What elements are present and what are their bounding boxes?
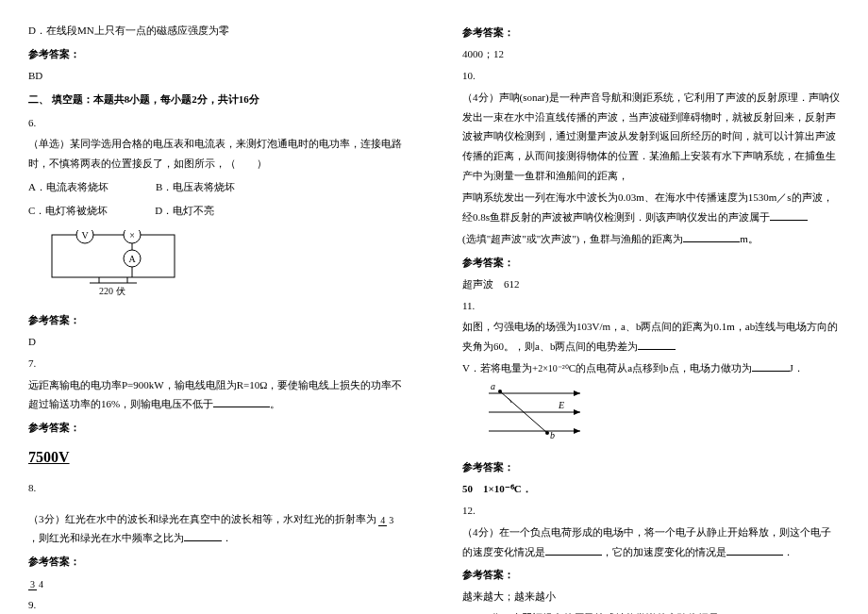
svg-point-21	[545, 431, 549, 435]
q8-answer: 34	[28, 573, 406, 593]
q6-option-d: D．电灯不亮	[155, 201, 214, 221]
q10-text-a: （4分）声呐(sonar)是一种声音导航和测距系统，它利用了声波的反射原理．声呐…	[462, 88, 840, 186]
q5-option-d: D．在线段MN上只有一点的磁感应强度为零	[28, 21, 406, 41]
answer-label: 参考答案：	[28, 310, 406, 330]
q6-option-c: C．电灯将被烧坏	[28, 201, 108, 221]
svg-text:A: A	[128, 254, 136, 264]
q10-text-c: (选填"超声波"或"次声波")，鱼群与渔船的距离为m。	[462, 229, 840, 249]
q10-number: 10.	[462, 66, 840, 86]
q6-option-a: A．电流表将烧坏	[28, 177, 108, 197]
q5-answer: BD	[28, 66, 406, 86]
q11-text-2: V．若将电量为+2×10⁻²⁰C的点电荷从a点移到b点，电场力做功为J．	[462, 358, 840, 378]
q10-answer: 超声波 612	[462, 274, 840, 294]
q13-line: 13.（4分）卢瑟福提出的原子核式结构学说的实验依据是	[462, 608, 840, 614]
svg-text:b: b	[550, 430, 555, 440]
svg-marker-16	[574, 409, 580, 415]
answer-label: 参考答案：	[462, 457, 840, 477]
svg-marker-18	[574, 428, 580, 434]
q9-answer: 4000；12	[462, 44, 840, 64]
svg-text:×: ×	[129, 230, 135, 241]
q8-text: （3分）红光在水中的波长和绿光在真空中的波长相等，水对红光的折射率为 43 ，则…	[28, 509, 406, 549]
q11-text: 如图，匀强电场的场强为103V/m，a、b两点间的距离为0.1m，ab连线与电场…	[462, 317, 840, 357]
svg-text:220 伏: 220 伏	[99, 286, 125, 296]
q8-number: 8.	[28, 478, 406, 498]
svg-text:a: a	[491, 384, 495, 391]
q11-answer: 50 1×10⁻⁶C．	[462, 479, 840, 499]
svg-text:V: V	[81, 230, 89, 241]
q6-answer: D	[28, 332, 406, 352]
q10-text-b: 声呐系统发出一列在海水中波长为0.03m、在海水中传播速度为1530m／s的声波…	[462, 188, 840, 227]
q7-number: 7.	[28, 354, 406, 373]
q7-answer: 7500V	[28, 443, 406, 472]
svg-rect-0	[52, 235, 175, 277]
circuit-diagram: V × A 220 伏	[47, 230, 406, 303]
q12-answer: 越来越大；越来越小	[462, 587, 840, 606]
answer-label: 参考答案：	[462, 565, 840, 585]
answer-label: 参考答案：	[28, 44, 406, 64]
q6-option-b: B．电压表将烧坏	[156, 177, 235, 197]
svg-text:E: E	[558, 400, 564, 410]
section-2-title: 二、 填空题：本题共8小题，每小题2分，共计16分	[28, 90, 406, 109]
q12-number: 12.	[462, 501, 840, 521]
answer-label: 参考答案：	[28, 552, 406, 572]
svg-marker-14	[574, 390, 580, 396]
q9-number: 9.	[28, 595, 406, 614]
answer-label: 参考答案：	[462, 253, 840, 273]
q6-number: 6.	[28, 113, 406, 133]
q6-text: （单选）某同学选用合格的电压表和电流表，来测灯泡通电时的电功率，连接电路时，不慎…	[28, 134, 406, 174]
svg-point-20	[498, 390, 502, 393]
q11-number: 11.	[462, 296, 840, 316]
field-diagram: a b E	[481, 384, 840, 452]
answer-label: 参考答案：	[28, 418, 406, 438]
q7-text: 远距离输电的电功率P=900kW，输电线电阻为R=10Ω，要使输电线上损失的功率…	[28, 375, 406, 415]
answer-label: 参考答案：	[462, 23, 840, 42]
q12-text: （4分）在一个负点电荷形成的电场中，将一个电子从静止开始释放，则这个电子的速度变…	[462, 523, 840, 562]
